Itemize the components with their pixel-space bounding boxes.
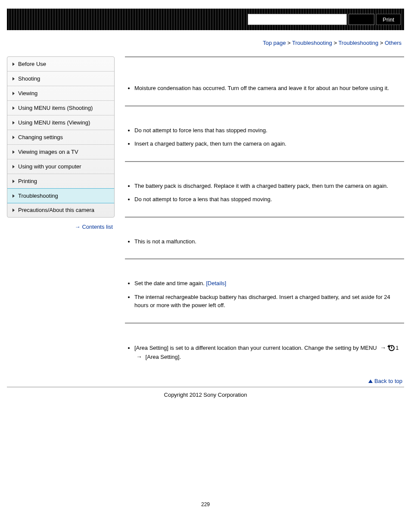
sidebar-item-label: Using with your computer <box>18 163 81 170</box>
breadcrumb-link[interactable]: Others <box>385 40 402 46</box>
copyright: Copyright 2012 Sony Corporation <box>7 387 404 415</box>
list-item: The battery pack is discharged. Replace … <box>134 182 404 190</box>
sidebar-item[interactable]: Before Use <box>7 57 114 72</box>
caret-right-icon <box>12 62 15 66</box>
sidebar-item-label: Troubleshooting <box>18 193 58 199</box>
list-item: Do not attempt to force lens that has st… <box>134 126 404 135</box>
sidebar-item-label: Precautions/About this camera <box>18 207 94 213</box>
nav-menu: Before UseShootingViewingUsing MENU item… <box>7 56 115 218</box>
contents-list-link-wrapper: →Contents list <box>7 218 115 236</box>
list-item: Do not attempt to force a lens that has … <box>134 195 404 204</box>
breadcrumb-link[interactable]: Top page <box>263 40 286 46</box>
section: Set the date and time again. [Details]Th… <box>125 258 404 323</box>
caret-right-icon <box>12 106 15 110</box>
section: [Area Setting] is set to a different loc… <box>125 323 404 374</box>
sidebar-item[interactable]: Viewing <box>7 86 114 101</box>
contents-list-link[interactable]: Contents list <box>82 224 113 230</box>
header-bar: Print <box>7 9 404 30</box>
back-to-top-wrapper: Back to top <box>7 374 404 387</box>
bullet-list: Moisture condensation has occurred. Turn… <box>125 84 404 93</box>
bullet-list: Set the date and time again. [Details]Th… <box>125 279 404 310</box>
sidebar-item[interactable]: Changing settings <box>7 130 114 145</box>
sidebar-item[interactable]: Viewing images on a TV <box>7 145 114 159</box>
section: The battery pack is discharged. Replace … <box>125 161 404 217</box>
bullet-list: [Area Setting] is set to a different loc… <box>125 343 404 361</box>
bullet-list: This is not a malfunction. <box>125 237 404 246</box>
sidebar-item[interactable]: Using MENU items (Shooting) <box>7 101 114 115</box>
page-number: 229 <box>7 415 404 507</box>
sidebar-item[interactable]: Using MENU items (Viewing) <box>7 115 114 130</box>
sidebar: Before UseShootingViewingUsing MENU item… <box>7 56 115 236</box>
list-item: [Area Setting] is set to a different loc… <box>134 343 404 361</box>
caret-right-icon <box>12 121 15 124</box>
section: This is not a malfunction. <box>125 217 404 259</box>
sidebar-item[interactable]: Using with your computer <box>7 159 114 174</box>
caret-right-icon <box>12 136 15 139</box>
search-button[interactable] <box>349 14 374 25</box>
clock-icon <box>389 345 395 351</box>
search-input[interactable] <box>248 14 347 25</box>
main-content: Moisture condensation has occurred. Turn… <box>125 56 404 374</box>
section: Moisture condensation has occurred. Turn… <box>125 56 404 106</box>
breadcrumb: Top page > Troubleshooting > Troubleshoo… <box>7 34 404 56</box>
sidebar-item-label: Using MENU items (Viewing) <box>18 119 90 126</box>
arrow-right-icon: → <box>75 224 80 230</box>
list-item: This is not a malfunction. <box>134 237 404 246</box>
sidebar-item-label: Shooting <box>18 75 40 82</box>
caret-right-icon <box>12 208 15 212</box>
section: Do not attempt to force lens that has st… <box>125 106 404 161</box>
details-link[interactable]: [Details] <box>206 280 226 286</box>
caret-right-icon <box>12 194 15 198</box>
sidebar-item-label: Before Use <box>18 61 46 67</box>
caret-right-icon <box>12 77 15 81</box>
sidebar-item-label: Changing settings <box>18 134 63 140</box>
list-item: Insert a charged battery pack, then turn… <box>134 140 404 148</box>
sidebar-item[interactable]: Troubleshooting <box>7 188 115 203</box>
sidebar-item[interactable]: Shooting <box>7 72 114 86</box>
back-to-top-link[interactable]: Back to top <box>374 378 402 384</box>
list-item: The internal rechargeable backup battery… <box>134 293 404 310</box>
breadcrumb-link[interactable]: Troubleshooting <box>292 40 332 46</box>
arrow-right-icon: → <box>380 343 386 352</box>
triangle-up-icon <box>368 380 373 383</box>
bullet-list: The battery pack is discharged. Replace … <box>125 182 404 204</box>
list-item: Moisture condensation has occurred. Turn… <box>134 84 404 93</box>
sidebar-item-label: Printing <box>18 178 37 184</box>
caret-right-icon <box>12 180 15 183</box>
sidebar-item-label: Viewing images on a TV <box>18 149 78 155</box>
caret-right-icon <box>12 92 15 95</box>
list-item: Set the date and time again. [Details] <box>134 279 404 288</box>
sidebar-item[interactable]: Precautions/About this camera <box>7 203 114 217</box>
print-button[interactable]: Print <box>376 14 401 25</box>
sidebar-item-label: Using MENU items (Shooting) <box>18 105 93 111</box>
arrow-right-icon: → <box>136 352 142 361</box>
caret-right-icon <box>12 150 15 154</box>
sidebar-item[interactable]: Printing <box>7 174 114 189</box>
caret-right-icon <box>12 165 15 168</box>
sidebar-item-label: Viewing <box>18 90 37 96</box>
breadcrumb-link[interactable]: Troubleshooting <box>338 40 378 46</box>
bullet-list: Do not attempt to force lens that has st… <box>125 126 404 148</box>
